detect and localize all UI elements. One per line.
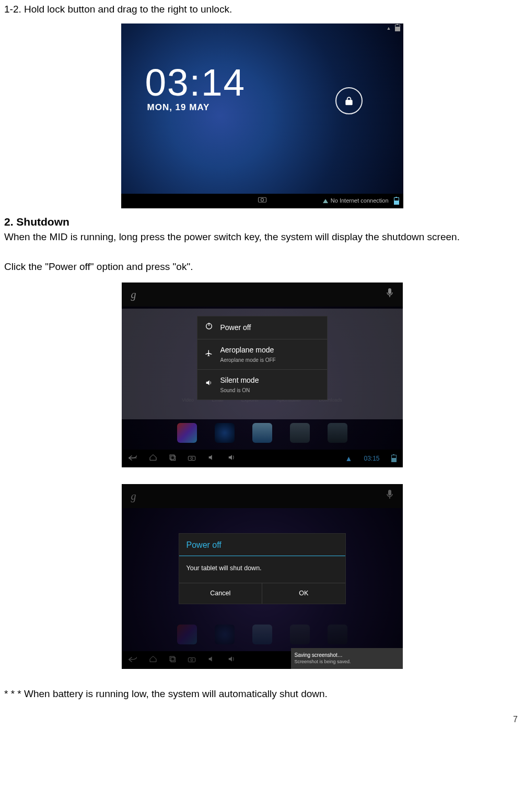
power-icon [204, 322, 214, 334]
dialog-message: Your tablet will shut down. [179, 556, 345, 583]
poweroff-figure: g Video Email Explorer ApkInstaller Down… [122, 484, 403, 669]
sound-icon [204, 379, 214, 391]
lockscreen-bottombar: No Internet connection [121, 194, 403, 208]
silent-mode-option[interactable]: Silent mode Sound is ON [197, 370, 327, 399]
lock-icon [344, 96, 354, 106]
airplane-icon [204, 348, 214, 360]
menu-item-sub: Sound is ON [220, 386, 259, 394]
menu-item-sub: Aeroplane mode is OFF [220, 356, 276, 364]
wifi-icon [387, 24, 393, 32]
shutdown-instruction: Click the "Power off" option and press "… [4, 260, 520, 275]
toast-title: Saving screenshot… [295, 652, 399, 659]
menu-item-label: Silent mode [220, 375, 259, 386]
signal-icon [323, 199, 328, 203]
camera-svg-icon [258, 196, 267, 203]
camera-icon[interactable] [258, 195, 267, 206]
poweroff-dialog: Power off Your tablet will shut down. Ca… [179, 533, 346, 604]
toast-subtitle: Screenshot is being saved. [295, 659, 399, 665]
power-menu: Power off Aeroplane mode Aeroplane mode … [197, 316, 328, 400]
powermenu-figure: g Video Email Explorer ApkInstaller Down… [122, 283, 403, 467]
saving-screenshot-toast: Saving screenshot… Screenshot is being s… [291, 648, 403, 669]
heading-shutdown: 2. Shutdown [4, 214, 520, 230]
low-battery-note: * * * When battery is running low, the s… [4, 687, 520, 702]
svg-point-2 [261, 198, 263, 201]
battery-icon [395, 25, 400, 31]
dialog-title: Power off [179, 534, 345, 556]
lockscreen-figure: 03:14 MON, 19 MAY No Internet connect [121, 23, 403, 208]
ok-button[interactable]: OK [262, 583, 345, 604]
power-off-option[interactable]: Power off [197, 316, 327, 339]
aeroplane-mode-option[interactable]: Aeroplane mode Aeroplane mode is OFF [197, 339, 327, 370]
menu-item-label: Aeroplane mode [220, 345, 276, 356]
svg-rect-0 [346, 100, 352, 104]
page-number: 7 [4, 702, 520, 730]
battery-icon [394, 197, 399, 205]
cancel-button[interactable]: Cancel [179, 583, 263, 604]
shutdown-description: When the MID is running, long press the … [4, 230, 520, 245]
menu-item-label: Power off [220, 322, 251, 333]
no-internet-message: No Internet connection [323, 196, 389, 205]
instruction-1-2: 1-2. Hold lock button and drag to the ri… [4, 2, 520, 17]
lockscreen-statusbar [121, 23, 403, 33]
lock-button[interactable] [335, 87, 363, 114]
no-internet-text: No Internet connection [331, 196, 389, 205]
lockscreen-date: MON, 19 MAY [147, 101, 210, 114]
